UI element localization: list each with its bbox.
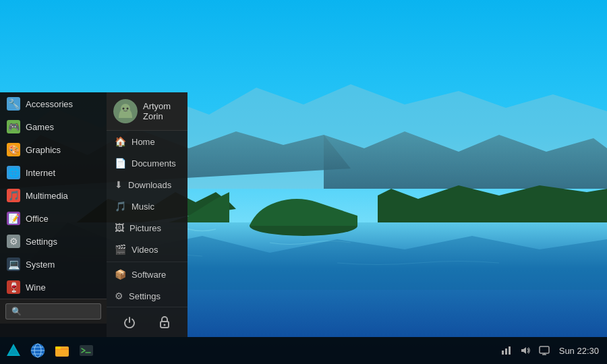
documents-icon: 📄	[115, 158, 126, 169]
downloads-icon: ⬇	[115, 179, 123, 190]
right-settings-icon: ⚙	[115, 291, 123, 301]
accessories-label: Accessories	[26, 99, 73, 109]
svg-point-5	[123, 108, 125, 110]
svg-point-8	[164, 324, 166, 326]
terminal-button[interactable]	[76, 340, 97, 361]
right-menu-downloads[interactable]: ⬇ Downloads	[107, 174, 187, 195]
right-menu-home[interactable]: 🏠 Home	[107, 131, 187, 152]
taskbar-right: Sun 22:30	[500, 344, 607, 357]
right-menu-documents[interactable]: 📄 Documents	[107, 152, 187, 174]
documents-label: Documents	[132, 158, 176, 169]
search-input[interactable]	[5, 303, 101, 320]
right-menu-settings[interactable]: ⚙ Settings	[107, 285, 187, 307]
svg-rect-18	[505, 348, 507, 355]
office-label: Office	[26, 214, 49, 224]
lock-button[interactable]	[155, 313, 174, 332]
svg-rect-17	[502, 351, 504, 355]
downloads-label: Downloads	[128, 180, 171, 190]
volume-tray-icon[interactable]	[519, 344, 532, 357]
svg-rect-15	[55, 346, 61, 349]
browser-button[interactable]	[27, 340, 49, 361]
videos-label: Videos	[132, 245, 158, 255]
user-name: Artyom Zorin	[143, 101, 181, 121]
display-tray-icon[interactable]	[538, 344, 551, 357]
svg-point-4	[121, 104, 130, 113]
svg-rect-16	[80, 345, 93, 356]
right-menu-software[interactable]: 📦 Software	[107, 264, 187, 285]
menu-left-panel: 🔧 Accessories 🎮 Games 🎨 Graphics 🌐 Inter…	[0, 92, 107, 337]
menu-item-settings[interactable]: ⚙ Settings	[0, 230, 107, 253]
games-icon: 🎮	[7, 120, 20, 133]
network-tray-icon[interactable]	[500, 344, 513, 357]
games-label: Games	[26, 122, 54, 132]
software-icon: 📦	[115, 269, 126, 280]
pictures-label: Pictures	[129, 223, 161, 233]
internet-icon: 🌐	[7, 166, 20, 179]
taskbar-left	[0, 340, 97, 361]
menu-item-graphics[interactable]: 🎨 Graphics	[0, 138, 107, 161]
right-menu-music[interactable]: 🎵 Music	[107, 195, 187, 217]
avatar	[113, 99, 138, 123]
settings-icon: ⚙	[7, 235, 20, 248]
svg-point-6	[127, 108, 129, 110]
menu-item-accessories[interactable]: 🔧 Accessories	[0, 92, 107, 115]
menu-item-system[interactable]: 💻 System	[0, 253, 107, 276]
user-section[interactable]: Artyom Zorin	[107, 92, 187, 131]
multimedia-icon: 🎵	[7, 189, 20, 202]
pictures-icon: 🖼	[115, 222, 124, 233]
menu-search-bar	[0, 299, 107, 324]
wine-label: Wine	[26, 282, 46, 293]
videos-icon: 🎬	[115, 244, 126, 255]
start-menu: 🔧 Accessories 🎮 Games 🎨 Graphics 🌐 Inter…	[0, 92, 187, 337]
internet-label: Internet	[26, 168, 55, 178]
music-icon: 🎵	[115, 201, 126, 212]
office-icon: 📝	[7, 212, 20, 225]
right-settings-label: Settings	[129, 291, 161, 301]
separator	[107, 262, 187, 262]
software-label: Software	[132, 270, 166, 280]
menu-item-games[interactable]: 🎮 Games	[0, 115, 107, 138]
system-label: System	[26, 260, 55, 270]
svg-rect-19	[509, 346, 511, 355]
music-label: Music	[132, 202, 154, 212]
right-menu-videos[interactable]: 🎬 Videos	[107, 239, 187, 260]
multimedia-label: Multimedia	[26, 191, 68, 201]
accessories-icon: 🔧	[7, 97, 20, 111]
wine-icon: 🍷	[7, 280, 20, 294]
home-icon: 🏠	[115, 136, 126, 147]
svg-rect-20	[540, 346, 549, 353]
menu-item-multimedia[interactable]: 🎵 Multimedia	[0, 184, 107, 207]
menu-item-wine[interactable]: 🍷 Wine	[0, 276, 107, 299]
taskbar: Sun 22:30	[0, 337, 607, 364]
svg-point-2	[250, 216, 357, 236]
menu-right-panel: Artyom Zorin 🏠 Home 📄 Documents ⬇ Downlo…	[107, 92, 187, 337]
system-icon: 💻	[7, 257, 20, 271]
settings-label: Settings	[26, 237, 57, 247]
menu-item-internet[interactable]: 🌐 Internet	[0, 161, 107, 184]
power-button[interactable]	[120, 313, 139, 332]
zorin-menu-button[interactable]	[3, 340, 24, 361]
menu-item-office[interactable]: 📝 Office	[0, 207, 107, 230]
graphics-label: Graphics	[26, 145, 61, 155]
files-button[interactable]	[51, 340, 73, 361]
menu-bottom-actions	[107, 307, 187, 337]
datetime-display: Sun 22:30	[556, 346, 602, 356]
graphics-icon: 🎨	[7, 143, 20, 156]
right-menu-pictures[interactable]: 🖼 Pictures	[107, 217, 187, 239]
home-label: Home	[132, 137, 155, 147]
